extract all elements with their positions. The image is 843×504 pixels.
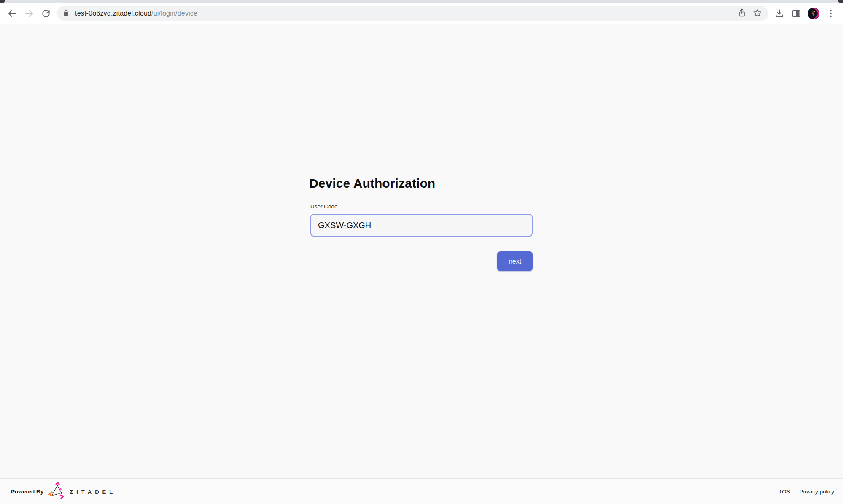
tab-strip xyxy=(0,0,843,3)
zitadel-logo-icon xyxy=(48,482,65,501)
side-panel-icon xyxy=(791,8,801,19)
lock-icon xyxy=(62,9,70,19)
url-domain: test-0o6zvq.zitadel.cloud xyxy=(75,10,151,17)
device-auth-panel: Device Authorization User Code next xyxy=(310,24,533,478)
tos-link[interactable]: TOS xyxy=(778,488,790,495)
login-page: Device Authorization User Code next xyxy=(0,24,843,478)
browser-toolbar: test-0o6zvq.zitadel.cloud/ui/login/devic… xyxy=(0,3,843,24)
kebab-menu-icon xyxy=(826,8,836,19)
reload-icon xyxy=(41,8,51,19)
forward-icon xyxy=(24,8,34,19)
footer: Powered By ZITADEL TOS Privacy policy xyxy=(0,478,843,504)
forward-button[interactable] xyxy=(21,5,38,22)
reload-button[interactable] xyxy=(38,5,54,22)
user-code-input[interactable] xyxy=(310,214,533,237)
privacy-policy-link[interactable]: Privacy policy xyxy=(799,488,834,495)
share-button[interactable] xyxy=(734,6,749,21)
user-code-label: User Code xyxy=(310,203,338,210)
address-bar[interactable]: test-0o6zvq.zitadel.cloud/ui/login/devic… xyxy=(57,6,768,21)
avatar xyxy=(808,8,819,19)
download-icon xyxy=(774,8,784,19)
zitadel-wordmark: ZITADEL xyxy=(70,489,116,495)
powered-by-label: Powered By xyxy=(11,488,43,495)
downloads-button[interactable] xyxy=(771,5,788,22)
browser-menu-button[interactable] xyxy=(822,5,839,22)
back-icon xyxy=(7,8,17,19)
window-corner-right xyxy=(838,0,843,3)
side-panel-button[interactable] xyxy=(788,5,805,22)
url-path: /ui/login/device xyxy=(151,10,197,17)
page-title: Device Authorization xyxy=(309,175,435,191)
url-text: test-0o6zvq.zitadel.cloud/ui/login/devic… xyxy=(75,10,197,17)
share-icon xyxy=(737,8,746,19)
star-icon xyxy=(752,8,762,19)
next-button[interactable]: next xyxy=(497,251,533,271)
window-corner-left xyxy=(0,0,5,3)
profile-avatar[interactable] xyxy=(805,5,822,22)
back-button[interactable] xyxy=(4,5,21,22)
bookmark-button[interactable] xyxy=(749,6,765,21)
